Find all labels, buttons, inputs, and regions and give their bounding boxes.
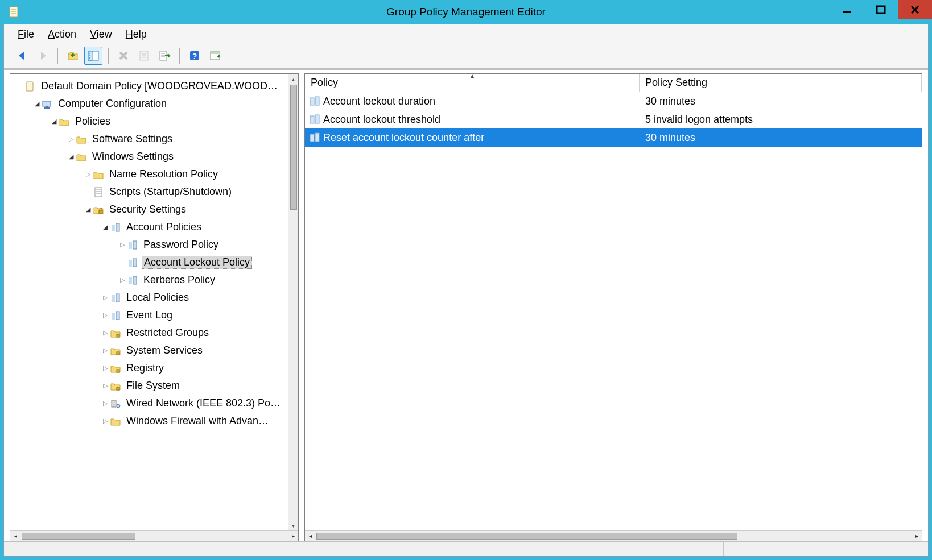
tree-expander-icon[interactable]: ◢	[84, 206, 92, 213]
tree-expander-icon[interactable]: ◢	[33, 100, 41, 107]
tree-expander-icon[interactable]: ▷	[101, 364, 109, 372]
list-horizontal-scrollbar[interactable]: ◂ ▸	[305, 530, 922, 541]
tree-expander-icon[interactable]: ▷	[101, 417, 109, 425]
app-icon	[8, 6, 20, 18]
scroll-right-icon[interactable]: ▸	[912, 531, 922, 541]
tree-item[interactable]: ▷System Services	[10, 342, 298, 359]
security-icon	[92, 204, 105, 216]
tree-item-label: Scripts (Startup/Shutdown)	[108, 186, 233, 198]
svg-rect-40	[133, 241, 137, 249]
scroll-thumb[interactable]	[290, 85, 297, 210]
close-button[interactable]	[898, 0, 932, 19]
scroll-thumb[interactable]	[316, 533, 737, 540]
tree-item[interactable]: ◢Policies	[10, 113, 298, 130]
tree-expander-icon[interactable]: ▷	[101, 329, 109, 337]
tree-item-label: Account Lockout Policy	[142, 256, 252, 269]
tree-item[interactable]: Scripts (Startup/Shutdown)	[10, 183, 298, 201]
script-icon	[92, 186, 105, 198]
scroll-left-icon[interactable]: ◂	[10, 531, 20, 541]
tree-item[interactable]: ◢Windows Settings	[10, 148, 298, 165]
svg-rect-46	[116, 294, 119, 302]
tree-item[interactable]: ▷Name Resolution Policy	[10, 165, 298, 183]
window-title: Group Policy Management Editor	[0, 6, 932, 18]
scroll-down-icon[interactable]: ▾	[288, 520, 298, 530]
tree-item[interactable]: Default Domain Policy [WOODGROVEAD.WOOD…	[10, 77, 298, 95]
tree-item-label: Password Policy	[142, 239, 220, 251]
tree-item[interactable]: ▷Kerberos Policy	[10, 271, 298, 289]
svg-rect-56	[315, 97, 319, 105]
policy-icon	[126, 274, 139, 287]
tree-item[interactable]: ▷Wired Network (IEEE 802.3) Po…	[10, 395, 298, 412]
scroll-track[interactable]	[315, 533, 912, 540]
splitter[interactable]	[299, 70, 304, 541]
tree-vertical-scrollbar[interactable]: ▴ ▾	[288, 74, 298, 530]
filter-button[interactable]	[206, 47, 224, 65]
folder-lock-icon	[109, 362, 122, 375]
svg-rect-43	[129, 277, 132, 284]
help-button[interactable]: ?	[185, 47, 204, 65]
status-panel-1	[4, 542, 723, 556]
scroll-thumb[interactable]	[22, 533, 135, 540]
tree-item[interactable]: ▷Restricted Groups	[10, 324, 298, 342]
menu-file[interactable]: File	[18, 28, 34, 40]
menu-action[interactable]: Action	[48, 28, 76, 40]
tree-item[interactable]: ▷File System	[10, 377, 298, 395]
export-list-icon	[158, 49, 171, 62]
list-row[interactable]: Reset account lockout counter after30 mi…	[305, 128, 922, 147]
list-body[interactable]: Account lockout duration30 minutesAccoun…	[305, 92, 922, 530]
menu-view[interactable]: View	[90, 28, 112, 40]
status-panel-3	[826, 542, 928, 556]
tree-item[interactable]: ▷Windows Firewall with Advan…	[10, 412, 298, 430]
list-row[interactable]: Account lockout duration30 minutes	[305, 92, 922, 110]
tree-item-label: Registry	[125, 362, 166, 374]
tree-expander-icon[interactable]: ▷	[118, 276, 126, 284]
scroll-left-icon[interactable]: ◂	[305, 531, 315, 541]
tree-item[interactable]: Account Lockout Policy	[10, 254, 298, 271]
back-button[interactable]	[13, 47, 31, 65]
menu-help[interactable]: Help	[126, 28, 147, 40]
tree-expander-icon[interactable]: ▷	[101, 347, 109, 354]
up-folder-button[interactable]	[64, 47, 82, 65]
list-row[interactable]: Account lockout threshold5 invalid logon…	[305, 110, 922, 128]
svg-rect-48	[116, 312, 119, 320]
tree-item[interactable]: ◢Account Policies	[10, 218, 298, 236]
tree-item[interactable]: ▷Event Log	[10, 306, 298, 324]
tree-item[interactable]: ◢Security Settings	[10, 201, 298, 218]
tree-expander-icon[interactable]: ◢	[50, 118, 58, 125]
tree-horizontal-scrollbar[interactable]: ◂ ▸	[10, 530, 298, 541]
tree-expander-icon[interactable]: ▷	[101, 312, 109, 319]
tree-item[interactable]: ▷Local Policies	[10, 289, 298, 306]
column-header-policy[interactable]: Policy	[305, 74, 640, 92]
tree-expander-icon[interactable]: ▷	[118, 241, 126, 248]
tree-item[interactable]: ▷Password Policy	[10, 236, 298, 254]
tree-expander-icon[interactable]: ▷	[101, 294, 109, 301]
tree-expander-icon[interactable]: ◢	[101, 223, 109, 231]
minimize-button[interactable]	[830, 0, 864, 19]
tree-expander-icon[interactable]: ▷	[101, 400, 109, 407]
svg-rect-41	[129, 260, 132, 267]
tree-item[interactable]: ▷Software Settings	[10, 130, 298, 148]
tree-item[interactable]: ◢Computer Configuration	[10, 95, 298, 113]
toolbar-separator	[57, 48, 58, 64]
tree-expander-icon[interactable]: ▷	[67, 135, 75, 143]
maximize-button[interactable]	[864, 0, 898, 19]
svg-rect-29	[43, 101, 51, 106]
menu-bar: FileActionViewHelp	[4, 24, 928, 44]
column-header-setting[interactable]: Policy Setting	[640, 74, 922, 92]
tree-item-label: Windows Firewall with Advan…	[125, 415, 270, 427]
tree-item-label: System Services	[125, 345, 204, 356]
toolbar: ?	[4, 44, 928, 69]
tree-expander-icon[interactable]: ▷	[101, 382, 109, 389]
cell-policy: Account lockout duration	[305, 95, 640, 107]
arrow-left-icon	[16, 49, 28, 62]
tree-expander-icon[interactable]: ▷	[84, 171, 92, 178]
tree-item[interactable]: ▷Registry	[10, 359, 298, 377]
tree-view[interactable]: Default Domain Policy [WOODGROVEAD.WOOD……	[10, 74, 298, 530]
scroll-up-icon[interactable]: ▴	[288, 74, 298, 84]
export-button[interactable]	[155, 47, 174, 65]
tree-expander-icon[interactable]: ◢	[67, 153, 75, 160]
scroll-track[interactable]	[20, 533, 288, 540]
scroll-right-icon[interactable]: ▸	[288, 531, 298, 541]
tree-pane-icon	[87, 49, 100, 62]
show-tree-button[interactable]	[84, 47, 102, 65]
